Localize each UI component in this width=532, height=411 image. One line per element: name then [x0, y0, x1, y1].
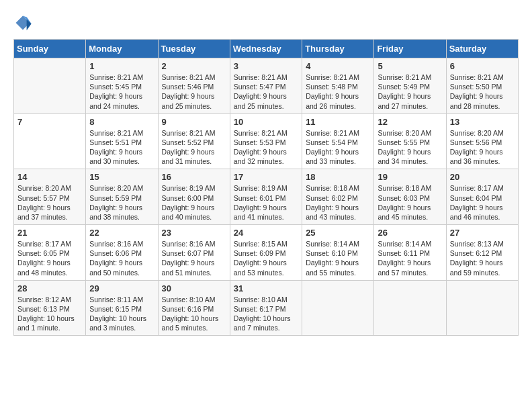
- calendar-cell: 4Sunrise: 8:21 AM Sunset: 5:48 PM Daylig…: [302, 58, 374, 114]
- day-number: 12: [378, 117, 442, 127]
- calendar-week-3: 14Sunrise: 8:20 AM Sunset: 5:57 PM Dayli…: [14, 169, 519, 225]
- calendar-cell: [14, 58, 86, 114]
- day-number: 20: [450, 172, 515, 182]
- header-row: SundayMondayTuesdayWednesdayThursdayFrid…: [14, 40, 519, 58]
- cell-info: Sunrise: 8:14 AM Sunset: 6:11 PM Dayligh…: [378, 239, 442, 277]
- calendar-week-1: 1Sunrise: 8:21 AM Sunset: 5:45 PM Daylig…: [14, 58, 519, 114]
- calendar-cell: 13Sunrise: 8:20 AM Sunset: 5:56 PM Dayli…: [446, 113, 518, 169]
- calendar-cell: 10Sunrise: 8:21 AM Sunset: 5:53 PM Dayli…: [230, 113, 302, 169]
- cell-info: Sunrise: 8:19 AM Sunset: 6:01 PM Dayligh…: [234, 183, 298, 222]
- day-number: 27: [450, 228, 515, 238]
- calendar-cell: 2Sunrise: 8:21 AM Sunset: 5:46 PM Daylig…: [158, 58, 230, 114]
- calendar-cell: [446, 280, 518, 336]
- cell-info: Sunrise: 8:12 AM Sunset: 6:13 PM Dayligh…: [17, 295, 82, 333]
- calendar-cell: 26Sunrise: 8:14 AM Sunset: 6:11 PM Dayli…: [374, 225, 446, 281]
- calendar-cell: 19Sunrise: 8:18 AM Sunset: 6:03 PM Dayli…: [374, 169, 446, 225]
- cell-info: Sunrise: 8:19 AM Sunset: 6:00 PM Dayligh…: [162, 183, 226, 222]
- cell-info: Sunrise: 8:21 AM Sunset: 5:53 PM Dayligh…: [234, 128, 298, 167]
- page-header: [13, 13, 519, 32]
- day-number: 29: [89, 283, 154, 293]
- day-number: 31: [234, 283, 298, 293]
- day-number: 14: [17, 172, 82, 182]
- calendar-cell: [302, 280, 374, 336]
- header-day-thursday: Thursday: [302, 40, 374, 58]
- header-day-tuesday: Tuesday: [158, 40, 230, 58]
- day-number: 6: [450, 61, 515, 71]
- cell-info: Sunrise: 8:11 AM Sunset: 6:15 PM Dayligh…: [89, 295, 154, 333]
- day-number: 17: [234, 172, 298, 182]
- logo-icon: [13, 13, 32, 32]
- header-day-friday: Friday: [374, 40, 446, 58]
- cell-info: Sunrise: 8:21 AM Sunset: 5:46 PM Dayligh…: [162, 73, 226, 111]
- calendar-cell: 28Sunrise: 8:12 AM Sunset: 6:13 PM Dayli…: [14, 280, 86, 336]
- day-number: 4: [306, 61, 370, 71]
- day-number: 7: [17, 117, 82, 127]
- calendar-cell: 15Sunrise: 8:20 AM Sunset: 5:59 PM Dayli…: [86, 169, 158, 225]
- calendar-cell: 18Sunrise: 8:18 AM Sunset: 6:02 PM Dayli…: [302, 169, 374, 225]
- day-number: 23: [162, 228, 226, 238]
- cell-info: Sunrise: 8:17 AM Sunset: 6:05 PM Dayligh…: [17, 239, 82, 277]
- logo: [13, 13, 34, 32]
- day-number: 13: [450, 117, 515, 127]
- cell-info: Sunrise: 8:18 AM Sunset: 6:03 PM Dayligh…: [378, 183, 442, 222]
- cell-info: Sunrise: 8:15 AM Sunset: 6:09 PM Dayligh…: [234, 239, 298, 277]
- calendar-cell: 20Sunrise: 8:17 AM Sunset: 6:04 PM Dayli…: [446, 169, 518, 225]
- calendar-cell: 22Sunrise: 8:16 AM Sunset: 6:06 PM Dayli…: [86, 225, 158, 281]
- calendar-week-2: 78Sunrise: 8:21 AM Sunset: 5:51 PM Dayli…: [14, 113, 519, 169]
- day-number: 8: [89, 117, 154, 127]
- calendar-cell: 14Sunrise: 8:20 AM Sunset: 5:57 PM Dayli…: [14, 169, 86, 225]
- calendar-cell: 1Sunrise: 8:21 AM Sunset: 5:45 PM Daylig…: [86, 58, 158, 114]
- cell-info: Sunrise: 8:10 AM Sunset: 6:16 PM Dayligh…: [162, 295, 226, 333]
- header-day-wednesday: Wednesday: [230, 40, 302, 58]
- calendar-cell: 21Sunrise: 8:17 AM Sunset: 6:05 PM Dayli…: [14, 225, 86, 281]
- day-number: 30: [162, 283, 226, 293]
- day-number: 26: [378, 228, 442, 238]
- day-number: 1: [89, 61, 154, 71]
- calendar-cell: 5Sunrise: 8:21 AM Sunset: 5:49 PM Daylig…: [374, 58, 446, 114]
- calendar-cell: 3Sunrise: 8:21 AM Sunset: 5:47 PM Daylig…: [230, 58, 302, 114]
- day-number: 10: [234, 117, 298, 127]
- day-number: 9: [162, 117, 226, 127]
- day-number: 28: [17, 283, 82, 293]
- cell-info: Sunrise: 8:16 AM Sunset: 6:07 PM Dayligh…: [162, 239, 226, 277]
- day-number: 16: [162, 172, 226, 182]
- calendar-cell: 24Sunrise: 8:15 AM Sunset: 6:09 PM Dayli…: [230, 225, 302, 281]
- calendar-cell: 29Sunrise: 8:11 AM Sunset: 6:15 PM Dayli…: [86, 280, 158, 336]
- calendar-cell: 11Sunrise: 8:21 AM Sunset: 5:54 PM Dayli…: [302, 113, 374, 169]
- calendar-cell: 7: [14, 113, 86, 169]
- calendar-cell: 9Sunrise: 8:21 AM Sunset: 5:52 PM Daylig…: [158, 113, 230, 169]
- cell-info: Sunrise: 8:13 AM Sunset: 6:12 PM Dayligh…: [450, 239, 515, 277]
- calendar-header: SundayMondayTuesdayWednesdayThursdayFrid…: [14, 40, 519, 58]
- calendar-week-5: 28Sunrise: 8:12 AM Sunset: 6:13 PM Dayli…: [14, 280, 519, 336]
- calendar-cell: 23Sunrise: 8:16 AM Sunset: 6:07 PM Dayli…: [158, 225, 230, 281]
- cell-info: Sunrise: 8:21 AM Sunset: 5:52 PM Dayligh…: [162, 128, 226, 167]
- cell-info: Sunrise: 8:18 AM Sunset: 6:02 PM Dayligh…: [306, 183, 370, 222]
- header-day-monday: Monday: [86, 40, 158, 58]
- calendar-body: 1Sunrise: 8:21 AM Sunset: 5:45 PM Daylig…: [14, 58, 519, 336]
- header-day-saturday: Saturday: [446, 40, 518, 58]
- cell-info: Sunrise: 8:21 AM Sunset: 5:48 PM Dayligh…: [306, 73, 370, 111]
- cell-info: Sunrise: 8:20 AM Sunset: 5:59 PM Dayligh…: [89, 183, 154, 222]
- calendar-week-4: 21Sunrise: 8:17 AM Sunset: 6:05 PM Dayli…: [14, 225, 519, 281]
- day-number: 18: [306, 172, 370, 182]
- day-number: 15: [89, 172, 154, 182]
- day-number: 24: [234, 228, 298, 238]
- calendar-cell: 16Sunrise: 8:19 AM Sunset: 6:00 PM Dayli…: [158, 169, 230, 225]
- calendar-cell: 6Sunrise: 8:21 AM Sunset: 5:50 PM Daylig…: [446, 58, 518, 114]
- calendar-cell: 27Sunrise: 8:13 AM Sunset: 6:12 PM Dayli…: [446, 225, 518, 281]
- day-number: 19: [378, 172, 442, 182]
- cell-info: Sunrise: 8:20 AM Sunset: 5:57 PM Dayligh…: [17, 183, 82, 222]
- calendar-cell: 8Sunrise: 8:21 AM Sunset: 5:51 PM Daylig…: [86, 113, 158, 169]
- calendar-cell: [374, 280, 446, 336]
- cell-info: Sunrise: 8:14 AM Sunset: 6:10 PM Dayligh…: [306, 239, 370, 277]
- day-number: 25: [306, 228, 370, 238]
- day-number: 5: [378, 61, 442, 71]
- header-day-sunday: Sunday: [14, 40, 86, 58]
- cell-info: Sunrise: 8:21 AM Sunset: 5:50 PM Dayligh…: [450, 73, 515, 111]
- day-number: 21: [17, 228, 82, 238]
- cell-info: Sunrise: 8:21 AM Sunset: 5:49 PM Dayligh…: [378, 73, 442, 111]
- day-number: 2: [162, 61, 226, 71]
- cell-info: Sunrise: 8:20 AM Sunset: 5:55 PM Dayligh…: [378, 128, 442, 167]
- cell-info: Sunrise: 8:21 AM Sunset: 5:45 PM Dayligh…: [89, 73, 154, 111]
- cell-info: Sunrise: 8:17 AM Sunset: 6:04 PM Dayligh…: [450, 183, 515, 222]
